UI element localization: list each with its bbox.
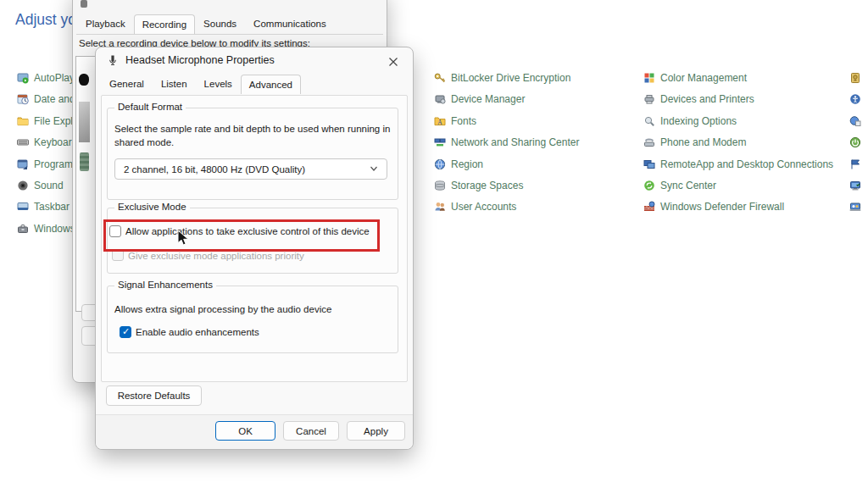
control-panel-item-label: Phone and Modem	[660, 136, 746, 148]
firewall-icon	[643, 201, 655, 213]
control-panel-item-security-maintenance[interactable]	[849, 158, 861, 171]
tab-listen[interactable]: Listen	[153, 75, 196, 93]
tab-sounds[interactable]: Sounds	[195, 14, 245, 33]
control-panel-item-label: Sync Center	[660, 180, 716, 191]
close-icon[interactable]	[385, 53, 402, 70]
ease-of-access-icon	[849, 93, 861, 105]
network-sharing-icon	[434, 136, 446, 148]
microphone-device-icon	[79, 74, 89, 86]
control-panel-item-label: Keyboard	[34, 136, 77, 148]
control-panel-item-label: Storage Spaces	[451, 180, 523, 191]
control-panel-item-label: RemoteApp and Desktop Connections	[660, 158, 833, 170]
mobility-center-icon	[849, 201, 861, 213]
group-legend: Exclusive Mode	[114, 202, 190, 212]
control-panel-item-label: Region	[451, 158, 483, 170]
tab-communications[interactable]: Communications	[245, 14, 335, 33]
dialog-footer: OK Cancel Apply	[96, 414, 413, 449]
tab-levels[interactable]: Levels	[196, 75, 241, 93]
control-panel-item-user-accounts[interactable]: User Accounts	[434, 200, 579, 214]
ok-button[interactable]: OK	[215, 421, 275, 441]
screen: Adjust your computer's settings AutoPlay…	[0, 0, 868, 488]
sync-center-icon	[643, 180, 655, 191]
windows-tools-icon	[17, 223, 29, 235]
color-management-icon	[643, 72, 655, 84]
region-icon	[434, 158, 446, 170]
indexing-options-icon	[643, 115, 655, 127]
control-panel-column-4	[849, 71, 861, 214]
control-panel-item-bitlocker-drive-encryption[interactable]: BitLocker Drive Encryption	[434, 71, 579, 85]
control-panel-item-internet-options[interactable]	[849, 114, 861, 128]
control-panel-item-sync-center[interactable]: Sync Center	[643, 179, 833, 192]
devices-printers-icon	[643, 93, 655, 105]
control-panel-item-region[interactable]: Region	[434, 158, 579, 171]
power-options-icon	[849, 136, 861, 148]
remoteapp-icon	[643, 158, 655, 170]
control-panel-item-network-and-sharing-center[interactable]: Network and Sharing Center	[434, 136, 579, 149]
cancel-button[interactable]: Cancel	[283, 421, 339, 441]
group-legend: Signal Enhancements	[114, 280, 216, 290]
mouse-cursor	[177, 230, 189, 250]
svg-text:A: A	[437, 119, 442, 126]
control-panel-item-label: Indexing Options	[660, 115, 737, 127]
sound-icon	[17, 180, 29, 191]
control-panel-item-label: Devices and Printers	[660, 93, 754, 105]
enable-enhancements-checkbox[interactable]	[120, 326, 131, 338]
control-panel-item-color-management[interactable]: Color Management	[643, 71, 833, 85]
control-panel-item-label: Windows Defender Firewall	[660, 201, 784, 213]
control-panel-item-label: Network and Sharing Center	[451, 136, 579, 148]
control-panel-item-label: Color Management	[660, 72, 747, 84]
default-format-description: Select the sample rate and bit depth to …	[114, 122, 398, 149]
control-panel-item-label: Sound	[34, 180, 64, 191]
control-panel-item-indexing-options[interactable]: Indexing Options	[643, 114, 833, 128]
security-maintenance-icon	[849, 158, 861, 170]
control-panel-item-mobility-center[interactable]	[849, 200, 861, 214]
programs-features-icon	[17, 158, 29, 170]
control-panel-item-label: Fonts	[451, 115, 476, 127]
control-panel-item-power-options[interactable]	[849, 136, 861, 149]
signal-enhancements-group: Signal Enhancements	[107, 286, 398, 353]
control-panel-item-credential-manager[interactable]	[849, 71, 861, 85]
control-panel-item-device-manager[interactable]: Device Manager	[434, 92, 579, 106]
file-explorer-icon	[17, 115, 29, 127]
phone-modem-icon	[643, 136, 655, 148]
bitlocker-icon	[434, 72, 446, 84]
internet-options-icon	[849, 115, 861, 127]
taskbar-icon	[17, 201, 29, 213]
control-panel-item-fonts[interactable]: AFonts	[434, 114, 579, 128]
control-panel-item-windows-defender-firewall[interactable]: Windows Defender Firewall	[643, 200, 833, 214]
chevron-down-icon	[370, 164, 378, 175]
signal-enhancements-description: Allows extra signal processing by the au…	[114, 302, 331, 316]
priority-label: Give exclusive mode applications priorit…	[128, 251, 304, 261]
control-panel-item-label: AutoPlay	[34, 72, 75, 84]
control-panel-item-label: BitLocker Drive Encryption	[451, 72, 570, 84]
tab-recording[interactable]: Recording	[134, 14, 195, 34]
tab-advanced[interactable]: Advanced	[241, 75, 301, 94]
system-icon	[849, 180, 861, 191]
autoplay-icon	[17, 72, 29, 84]
tab-playback[interactable]: Playback	[77, 14, 134, 33]
group-legend: Default Format	[114, 102, 186, 112]
sound-dialog-tabs: PlaybackRecordingSoundsCommunications	[77, 14, 335, 33]
control-panel-item-ease-of-access[interactable]	[849, 92, 861, 106]
headset-properties-dialog: Headset Microphone Properties GeneralLis…	[95, 47, 414, 450]
tab-separator	[76, 34, 383, 35]
device-icon	[80, 152, 89, 171]
dialog-title: Headset Microphone Properties	[125, 54, 275, 66]
keyboard-icon	[17, 136, 29, 148]
control-panel-item-devices-and-printers[interactable]: Devices and Printers	[643, 92, 833, 106]
apply-button[interactable]: Apply	[347, 421, 405, 441]
control-panel-column-3: Color ManagementDevices and PrintersInde…	[643, 71, 833, 214]
control-panel-item-phone-and-modem[interactable]: Phone and Modem	[643, 136, 833, 149]
sample-rate-value: 2 channel, 16 bit, 48000 Hz (DVD Quality…	[124, 164, 305, 175]
sample-rate-dropdown[interactable]: 2 channel, 16 bit, 48000 Hz (DVD Quality…	[114, 158, 387, 180]
storage-spaces-icon	[434, 180, 446, 191]
speaker-icon	[81, 0, 87, 8]
control-panel-item-storage-spaces[interactable]: Storage Spaces	[434, 179, 579, 192]
tab-general[interactable]: General	[101, 75, 153, 93]
restore-defaults-button[interactable]: Restore Defaults	[106, 385, 202, 406]
control-panel-item-system[interactable]	[849, 179, 861, 192]
control-panel-item-remoteapp-and-desktop-connections[interactable]: RemoteApp and Desktop Connections	[643, 158, 833, 171]
user-accounts-icon	[434, 201, 446, 213]
red-highlight-box	[103, 219, 380, 252]
control-panel-column-2: BitLocker Drive EncryptionDevice Manager…	[434, 71, 579, 214]
